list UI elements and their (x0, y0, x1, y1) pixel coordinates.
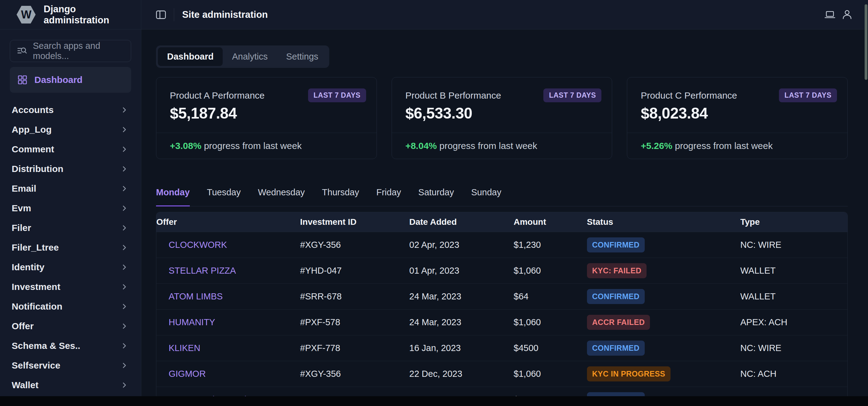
card-period-badge: LAST 7 DAYS (544, 89, 601, 102)
sidebar-item-label: Filer_Ltree (12, 242, 59, 253)
sidebar-item-label: Comment (12, 144, 54, 154)
sidebar-item[interactable]: Accounts (10, 100, 131, 120)
person-icon (841, 9, 853, 21)
chevron-right-icon (120, 361, 129, 370)
chevron-right-icon (120, 125, 129, 134)
bottom-bar (0, 396, 868, 406)
table-header-row: Offer Investment ID Date Added Amount St… (156, 212, 847, 232)
sidebar-item[interactable]: Wallet (10, 375, 131, 395)
day-tab[interactable]: Monday (156, 187, 190, 207)
day-tab[interactable]: Saturday (418, 187, 454, 207)
sidebar-item[interactable]: Evm (10, 198, 131, 218)
date-added-cell: 22 Dec, 2023 (409, 369, 514, 379)
sidebar-item[interactable]: Notification (10, 297, 131, 316)
offer-link[interactable]: HUMANITY (168, 317, 215, 327)
sidebar-header: W Django administration (0, 0, 141, 29)
chevron-right-icon (120, 263, 129, 272)
main-tab[interactable]: Analytics (223, 47, 277, 66)
type-cell: WALLET (740, 291, 847, 302)
sidebar-item-label: Email (12, 183, 36, 194)
date-added-cell: 02 Apr, 2023 (409, 240, 514, 250)
sidebar: Search apps and models... Dashboard Acco… (0, 30, 141, 406)
sidebar-item-label: Notification (12, 301, 62, 312)
card-value: $6,533.30 (405, 104, 599, 122)
sidebar-item[interactable]: Filer (10, 218, 131, 238)
sidebar-item-label: Accounts (12, 105, 54, 115)
main-tab[interactable]: Settings (277, 47, 328, 66)
card-delta: +3.08% (170, 140, 202, 151)
chevron-right-icon (120, 165, 129, 173)
scrollbar[interactable] (865, 4, 867, 80)
day-tab[interactable]: Tuesday (207, 187, 241, 207)
card-period-badge: LAST 7 DAYS (779, 89, 837, 102)
sidebar-item[interactable]: Investment (10, 277, 131, 297)
table-header-cell: Type (740, 217, 847, 227)
sidebar-item-label: Evm (12, 203, 31, 213)
sidebar-item[interactable]: Offer (10, 316, 131, 336)
investment-id-cell: #XGY-356 (300, 369, 409, 379)
sidebar-item-label: Identity (12, 262, 44, 272)
type-cell: NC: ACH (740, 369, 847, 379)
sidebar-item[interactable]: App_Log (10, 120, 131, 139)
sidebar-item-label: Selfservice (12, 360, 60, 371)
day-tabs: Monday Tuesday Wednesday Thursday Friday… (156, 187, 848, 207)
chevron-right-icon (120, 204, 129, 213)
sidebar-toggle-button[interactable] (152, 6, 169, 23)
theme-toggle-button[interactable] (821, 6, 838, 23)
laptop-icon (824, 9, 836, 21)
app-title: Django administration (43, 4, 141, 26)
card-delta: +8.04% (405, 140, 437, 151)
offer-link[interactable]: KLIKEN (168, 343, 200, 353)
user-menu-button[interactable] (838, 6, 856, 23)
main-tab[interactable]: Dashboard (158, 47, 223, 66)
offer-link[interactable]: STELLAR PIZZA (168, 266, 236, 276)
sidebar-item[interactable]: Schema & Ses.. (10, 336, 131, 356)
amount-cell: $1,060 (514, 369, 587, 379)
sidebar-item[interactable]: Identity (10, 257, 131, 277)
offer-link[interactable]: ATOM LIMBS (168, 291, 223, 301)
table-row: KLIKEN #PXF-778 16 Jan, 2023 $4500 CONFI… (156, 335, 847, 361)
offer-link[interactable]: GIGMOR (168, 369, 206, 379)
table-row: ATOM LIMBS #SRR-678 24 Mar, 2023 $64 CON… (156, 283, 847, 309)
sidebar-item[interactable]: Comment (10, 139, 131, 159)
day-tab[interactable]: Thursday (322, 187, 359, 207)
topbar: W Django administration Site administrat… (0, 0, 868, 30)
table-row: STELLAR PIZZA #YHD-047 01 Apr, 2023 $1,0… (156, 258, 847, 283)
chevron-right-icon (120, 322, 129, 331)
chevron-right-icon (120, 342, 129, 350)
amount-cell: $64 (514, 291, 587, 302)
card-delta-text: progress from last week (202, 140, 302, 151)
sidebar-item-label: Wallet (12, 380, 38, 391)
search-icon (17, 46, 27, 56)
day-tab[interactable]: Friday (376, 187, 401, 207)
sidebar-item-dashboard[interactable]: Dashboard (10, 67, 131, 93)
panel-left-icon (155, 9, 166, 20)
sidebar-item[interactable]: Filer_Ltree (10, 238, 131, 257)
day-tab[interactable]: Sunday (471, 187, 501, 207)
status-badge: KYC IN PROGRESS (587, 366, 671, 381)
sidebar-item-label: App_Log (12, 124, 52, 135)
date-added-cell: 24 Mar, 2023 (409, 291, 514, 302)
search-input[interactable]: Search apps and models... (10, 40, 131, 62)
amount-cell: $4500 (514, 343, 587, 353)
amount-cell: $1,060 (514, 317, 587, 327)
amount-cell: $1,060 (514, 266, 587, 276)
card-value: $8,023.84 (641, 104, 834, 122)
day-tab[interactable]: Wednesday (258, 187, 305, 207)
sidebar-app-list: Accounts App_Log (10, 100, 131, 395)
date-added-cell: 16 Jan, 2023 (409, 343, 514, 353)
kpi-cards: Product A Performance LAST 7 DAYS $5,187… (156, 77, 848, 159)
table-header-cell: Status (587, 217, 741, 227)
app-logo: W (17, 6, 36, 24)
amount-cell: $1,230 (514, 240, 587, 250)
table-body: CLOCKWORK #XGY-356 02 Apr, 2023 $1,230 C… (156, 232, 847, 406)
investment-id-cell: #PXF-578 (300, 317, 409, 327)
sidebar-item[interactable]: Email (10, 179, 131, 198)
sidebar-item[interactable]: Selfservice (10, 356, 131, 375)
sidebar-item-label: Offer (12, 321, 34, 332)
offer-link[interactable]: CLOCKWORK (168, 240, 227, 250)
status-badge: CONFIRMED (587, 238, 645, 252)
chevron-right-icon (120, 243, 129, 252)
sidebar-item[interactable]: Distribution (10, 159, 131, 179)
date-added-cell: 24 Mar, 2023 (409, 317, 514, 327)
